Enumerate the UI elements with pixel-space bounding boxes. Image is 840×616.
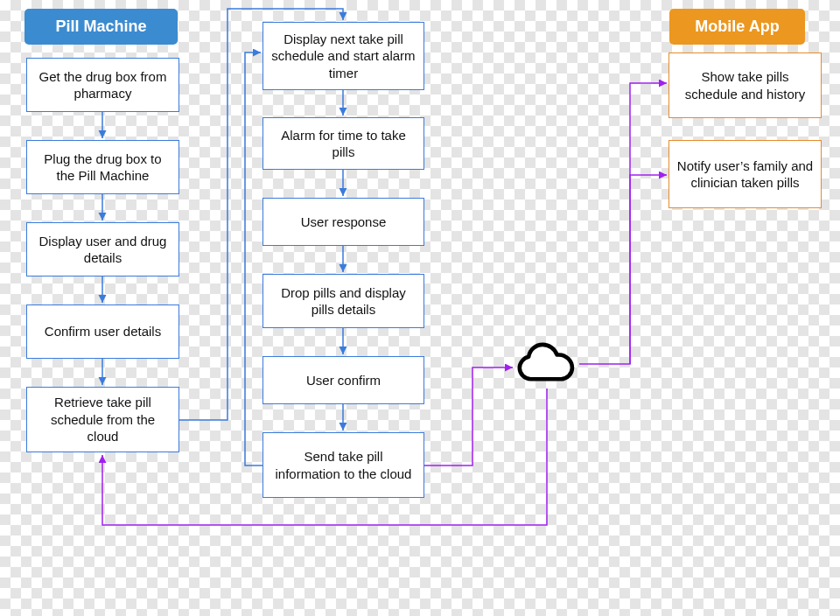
header-pill-machine: Pill Machine xyxy=(24,9,178,45)
step-alarm: Alarm for time to take pills xyxy=(262,117,424,170)
step-confirm-user: Confirm user details xyxy=(26,304,179,359)
header-mobile-app: Mobile App xyxy=(669,9,805,45)
step-notify-family: Notify user’s family and clinician taken… xyxy=(668,140,822,208)
step-show-schedule: Show take pills schedule and history xyxy=(668,52,822,118)
step-display-details: Display user and drug details xyxy=(26,222,179,276)
step-get-drug-box: Get the drug box from pharmacy xyxy=(26,58,179,112)
step-send-info: Send take pill information to the cloud xyxy=(262,432,424,498)
step-plug-drug-box: Plug the drug box to the Pill Machine xyxy=(26,140,179,194)
step-user-confirm: User confirm xyxy=(262,356,424,404)
step-user-response: User response xyxy=(262,198,424,246)
cloud-icon xyxy=(514,341,579,388)
step-display-next: Display next take pill schedule and star… xyxy=(262,22,424,90)
step-drop-pills: Drop pills and display pills details xyxy=(262,274,424,328)
step-retrieve-schedule: Retrieve take pill schedule from the clo… xyxy=(26,387,179,452)
